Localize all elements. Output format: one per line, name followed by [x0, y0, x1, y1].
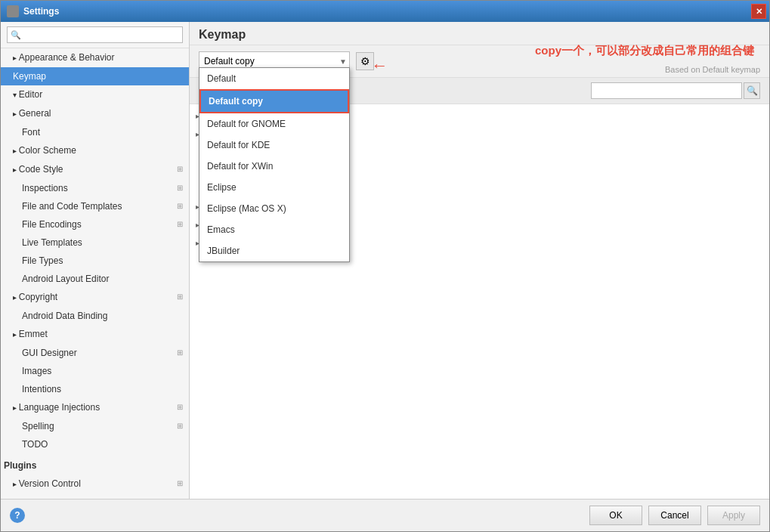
sidebar-item-emmet[interactable]: Emmet [1, 325, 189, 344]
sidebar-item-versioncontrol[interactable]: Version Control [1, 475, 189, 493]
sidebar-item-filecodetemplates[interactable]: File and Code Templates [1, 197, 189, 215]
sidebar-item-codestyle[interactable]: Code Style [1, 160, 189, 179]
dropdown-item-eclipse[interactable]: Eclipse [199, 177, 349, 198]
help-area: ? [10, 508, 25, 523]
keymap-title: Keymap [199, 28, 246, 41]
sidebar-item-keymap[interactable]: Keymap [1, 67, 189, 85]
dropdown-item-eclipsemac[interactable]: Eclipse (Mac OS X) [199, 198, 349, 219]
main-content: Appearance & Behavior Keymap Editor Gene… [1, 22, 769, 499]
based-on-text: Based on Default keymap [665, 65, 760, 74]
sidebar-item-androidlayout[interactable]: Android Layout Editor [1, 270, 189, 288]
sidebar-search-area [1, 22, 189, 48]
settings-window: Settings ✕ Appearance & Behavior Keymap … [0, 0, 770, 532]
annotation-arrow-icon: → [371, 56, 388, 76]
ok-button[interactable]: OK [589, 506, 642, 525]
sidebar-item-colorscheme[interactable]: Color Scheme [1, 141, 189, 160]
keymap-header: Keymap [190, 22, 769, 45]
sidebar-item-copyright[interactable]: Copyright [1, 288, 189, 307]
title-bar: Settings ✕ [1, 1, 769, 22]
dropdown-item-default[interactable]: Default [199, 68, 349, 89]
sidebar-item-spelling[interactable]: Spelling [1, 417, 189, 435]
sidebar-item-fileencodings[interactable]: File Encodings [1, 215, 189, 234]
help-button[interactable]: ? [10, 508, 25, 523]
right-panel: Keymap Default copy Default Default for … [190, 22, 769, 499]
sidebar-item-images[interactable]: Images [1, 362, 189, 380]
sidebar-item-todo[interactable]: TODO [1, 435, 189, 453]
apply-button[interactable]: Apply [707, 506, 760, 525]
dropdown-item-defaultgnome[interactable]: Default for GNOME [199, 113, 349, 135]
dropdown-item-defaultxwin[interactable]: Default for XWin [199, 156, 349, 177]
app-icon [7, 5, 19, 17]
keymap-search-input[interactable] [591, 82, 742, 99]
bottom-bar: ? OK Cancel Apply [1, 499, 769, 531]
annotation-text: copy一个，可以部分改成自己常用的组合键 [535, 44, 754, 58]
search-icon: 🔍 [747, 85, 758, 96]
keymap-dropdown: Default Default copy Default for GNOME D… [199, 67, 350, 262]
cancel-button[interactable]: Cancel [648, 506, 701, 525]
sidebar-item-appearance[interactable]: Appearance & Behavior [1, 48, 189, 67]
sidebar-item-guidesigner[interactable]: GUI Designer [1, 344, 189, 362]
close-button[interactable]: ✕ [751, 4, 766, 19]
search-icon-button[interactable]: 🔍 [744, 82, 760, 99]
sidebar-item-general[interactable]: General [1, 104, 189, 123]
sidebar-search-input[interactable] [7, 26, 183, 43]
dropdown-item-emacs[interactable]: Emacs [199, 219, 349, 240]
sidebar-item-font[interactable]: Font [1, 123, 189, 141]
sidebar-item-languageinjections[interactable]: Language Injections [1, 398, 189, 417]
sidebar-item-intentions[interactable]: Intentions [1, 380, 189, 398]
dropdown-item-defaultkde[interactable]: Default for KDE [199, 135, 349, 156]
dropdown-item-jbuilder[interactable]: JBuilder [199, 240, 349, 261]
sidebar-item-filetypes[interactable]: File Types [1, 252, 189, 270]
window-title: Settings [23, 6, 59, 17]
sidebar-item-inspections[interactable]: Inspections [1, 179, 189, 197]
sidebar-item-editor[interactable]: Editor [1, 85, 189, 104]
sidebar-item-livetemplates[interactable]: Live Templates [1, 234, 189, 252]
sidebar-item-plugins[interactable]: Plugins [1, 456, 189, 475]
sidebar-item-androiddatabinding[interactable]: Android Data Binding [1, 307, 189, 325]
dropdown-item-defaultcopy[interactable]: Default copy [199, 89, 349, 113]
sidebar: Appearance & Behavior Keymap Editor Gene… [1, 22, 190, 499]
